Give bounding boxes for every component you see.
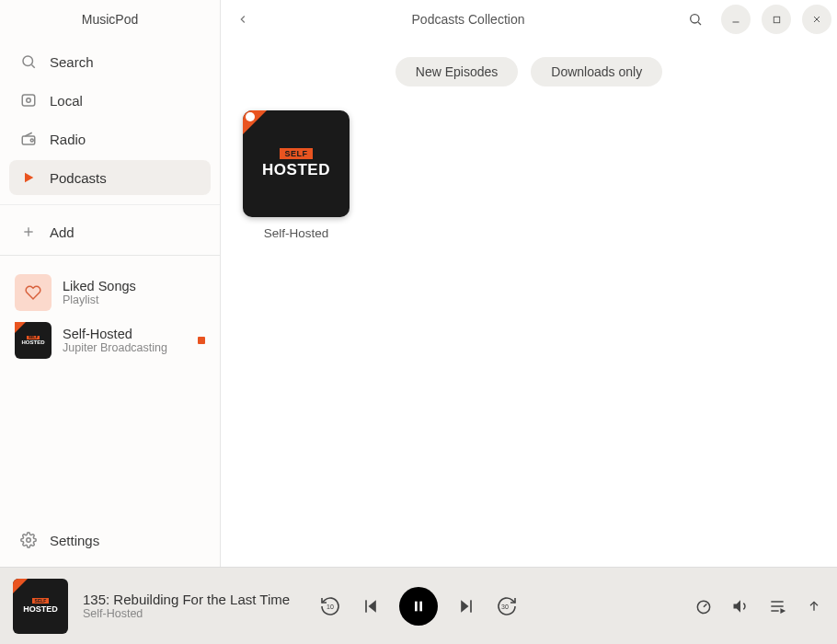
filter-new-episodes[interactable]: New Episodes [396,57,519,86]
svg-marker-17 [369,600,376,612]
svg-point-10 [27,538,31,543]
window-close-button[interactable] [802,5,831,34]
svg-rect-19 [415,601,418,611]
now-playing-cover[interactable]: SELF HOSTED [13,579,68,634]
filter-downloads-only[interactable]: Downloads only [531,57,662,86]
svg-rect-2 [22,95,35,106]
svg-rect-22 [470,600,472,612]
svg-rect-14 [774,17,779,22]
library-item-subtitle: Playlist [63,293,136,306]
sidebar-item-local[interactable]: Local [9,83,211,118]
podcast-title: Self-Hosted [243,226,350,240]
sidebar-item-label: Add [50,224,75,240]
rewind-10-icon: 10 [319,595,341,617]
skip-back-10-button[interactable]: 10 [318,594,342,618]
now-playing-subtitle: Self-Hosted [83,607,290,620]
sidebar: MusicPod Search Local [0,0,221,567]
radio-icon [20,131,37,147]
new-indicator [198,337,205,344]
play-icon [20,169,37,186]
sidebar-item-label: Radio [50,132,86,147]
sidebar-item-add[interactable]: Add [9,214,211,249]
page-title: Podcasts Collection [267,12,670,27]
svg-marker-7 [25,173,33,183]
svg-line-24 [704,604,706,606]
player-right-controls [694,596,824,616]
app-title: MusicPod [0,0,220,39]
sidebar-item-label: Search [50,54,94,70]
close-icon [811,14,822,25]
minimize-icon [730,14,741,25]
sidebar-item-podcasts[interactable]: Podcasts [9,160,211,195]
volume-button[interactable] [730,596,751,616]
window-minimize-button[interactable] [721,5,751,34]
skip-forward-30-button[interactable]: 30 [495,594,519,618]
forward-30-icon: 30 [496,595,518,617]
sidebar-item-label: Podcasts [50,170,107,186]
chevron-up-icon [807,599,821,614]
search-icon [20,53,37,70]
svg-point-3 [27,98,31,103]
heart-icon [15,274,52,311]
queue-icon [768,597,786,615]
plus-icon [20,224,37,240]
expand-player-button[interactable] [804,596,824,616]
svg-line-12 [698,22,701,25]
sidebar-item-radio[interactable]: Radio [9,121,211,156]
now-playing-info[interactable]: 135: Rebuilding For the Last Time Self-H… [83,592,290,620]
svg-marker-29 [781,609,784,612]
library-item-subtitle: Jupiter Broadcasting [63,341,167,354]
pause-icon [411,599,426,614]
header-search-button[interactable] [681,5,710,34]
sidebar-item-label: Settings [50,533,99,548]
cover-text-top: SELF [280,148,312,159]
svg-marker-25 [734,600,741,612]
podcast-cover-thumb: SELF HOSTED [15,322,52,359]
cover-text-bottom: HOSTED [262,161,330,179]
play-pause-button[interactable] [399,587,438,626]
window-maximize-button[interactable] [762,5,791,34]
next-icon [457,597,476,615]
volume-icon [731,597,750,615]
main-panel: Podcasts Collection [221,0,837,567]
sidebar-item-label: Local [50,93,83,109]
podcast-card-self-hosted[interactable]: SELF HOSTED Self-Hosted [243,110,350,240]
podcast-grid: SELF HOSTED Self-Hosted [243,110,815,240]
svg-point-23 [697,601,709,613]
previous-icon [361,597,380,615]
drive-icon [20,92,37,109]
divider [0,204,220,205]
svg-marker-21 [461,600,468,612]
svg-point-6 [30,139,33,142]
sidebar-item-settings[interactable]: Settings [9,523,211,558]
next-track-button[interactable] [454,594,478,618]
library-item-self-hosted[interactable]: SELF HOSTED Self-Hosted Jupiter Broadcas… [0,316,220,364]
previous-track-button[interactable] [359,594,383,618]
player-controls: 10 30 [318,587,519,626]
svg-point-0 [23,56,33,66]
svg-rect-20 [419,601,422,611]
svg-line-1 [31,64,34,67]
library-item-title: Liked Songs [63,279,136,293]
now-playing-title: 135: Rebuilding For the Last Time [83,592,290,607]
gear-icon [20,532,37,548]
search-icon [688,12,703,27]
library-item-liked-songs[interactable]: Liked Songs Playlist [0,269,220,316]
library-item-title: Self-Hosted [63,327,167,341]
queue-button[interactable] [767,596,787,616]
player-bar: SELF HOSTED 135: Rebuilding For the Last… [0,567,837,644]
svg-rect-18 [365,600,367,612]
header-bar: Podcasts Collection [221,0,837,39]
maximize-icon [772,15,782,25]
filter-row: New Episodes Downloads only [243,57,815,86]
podcast-cover: SELF HOSTED [243,110,350,217]
sidebar-item-search[interactable]: Search [9,44,211,79]
svg-point-11 [691,15,699,23]
sidebar-library: Liked Songs Playlist SELF HOSTED Self-Ho… [0,255,220,517]
back-button[interactable] [226,3,259,36]
speed-icon [694,597,713,615]
playback-speed-button[interactable] [694,596,714,616]
